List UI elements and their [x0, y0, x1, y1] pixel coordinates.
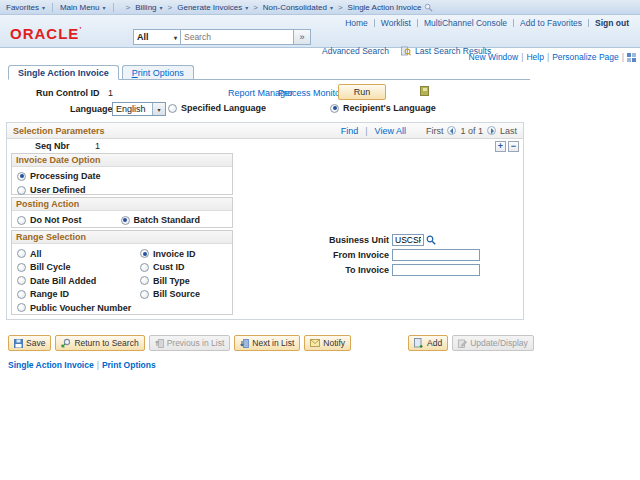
batch-standard-radio[interactable]: Batch Standard	[116, 211, 201, 225]
personalize-grid-icon[interactable]	[627, 53, 636, 62]
multichannel-console-link[interactable]: MultiChannel Console	[424, 18, 507, 28]
update-display-button[interactable]: Update/Display	[452, 335, 534, 351]
personalize-page-link[interactable]: Personalize Page	[552, 52, 619, 62]
breadcrumb-item-single-action-invoice[interactable]: Single Action Invoice	[348, 3, 422, 12]
advanced-search-link[interactable]: Advanced Search	[322, 46, 389, 56]
radio-icon[interactable]	[17, 303, 26, 312]
add-button[interactable]: Add	[408, 335, 448, 351]
peoplesoft-screen: Favorites Main Menu Billing Generate Inv…	[0, 0, 640, 480]
divider	[97, 360, 99, 370]
divider	[521, 52, 523, 62]
button-label: Update/Display	[470, 338, 528, 348]
help-link[interactable]: Help	[526, 52, 543, 62]
processing-date-radio[interactable]: Processing Date	[12, 167, 232, 181]
business-unit-field[interactable]	[392, 234, 424, 246]
business-unit-row: Business Unit	[305, 233, 480, 246]
radio-icon[interactable]	[168, 104, 177, 113]
group-title: Posting Action	[12, 198, 232, 211]
breadcrumb-search-icon[interactable]	[424, 3, 433, 12]
footer-single-action-invoice-link[interactable]: Single Action Invoice	[8, 360, 94, 370]
search-go-button[interactable]	[294, 29, 311, 45]
breadcrumb-item-non-consolidated[interactable]: Non-Consolidated	[263, 3, 333, 12]
radio-icon[interactable]	[140, 276, 149, 285]
posting-action-group: Posting Action Do Not Post Batch Standar…	[11, 197, 233, 228]
radio-label: Range ID	[30, 289, 69, 299]
radio-icon[interactable]	[121, 216, 130, 225]
business-unit-label: Business Unit	[305, 235, 389, 245]
public-voucher-number-radio[interactable]: Public Voucher Number	[12, 299, 131, 313]
group-title: Range Selection	[12, 231, 232, 244]
business-unit-lookup-icon[interactable]	[426, 235, 436, 245]
bill-source-radio[interactable]: Bill Source	[135, 286, 200, 300]
radio-icon[interactable]	[17, 216, 26, 225]
notify-button[interactable]: Notify	[304, 335, 351, 351]
breadcrumb-item-generate-invoices[interactable]: Generate Invoices	[177, 3, 248, 12]
radio-icon[interactable]	[17, 276, 26, 285]
page-action-bar: New Window Help Personalize Page	[469, 52, 636, 62]
breadcrumb-item-billing[interactable]: Billing	[135, 3, 162, 12]
breadcrumb-main-menu[interactable]: Main Menu	[60, 3, 106, 12]
sign-out-link[interactable]: Sign out	[595, 18, 629, 28]
previous-row-icon[interactable]	[447, 126, 456, 135]
delete-row-button[interactable]	[508, 141, 519, 152]
tab-print-options[interactable]: Print Options	[122, 65, 194, 79]
update-display-icon	[458, 339, 467, 348]
worklist-link[interactable]: Worklist	[381, 18, 411, 28]
next-row-icon[interactable]	[487, 126, 496, 135]
chevron-down-icon	[42, 4, 45, 11]
all-radio[interactable]: All	[12, 245, 131, 259]
recipients-language-radio[interactable]: Recipient's Language	[330, 103, 436, 113]
radio-label: Specified Language	[181, 103, 266, 113]
radio-icon[interactable]	[17, 290, 26, 299]
new-window-link[interactable]: New Window	[469, 52, 519, 62]
app-header: ORACLE All Home Worklist MultiChannel Co…	[0, 15, 640, 48]
bill-type-radio[interactable]: Bill Type	[135, 272, 200, 286]
chevron-down-icon	[152, 103, 165, 115]
specified-language-radio[interactable]: Specified Language	[168, 103, 266, 113]
search-input[interactable]	[181, 29, 294, 45]
search-scope-value: All	[137, 32, 149, 42]
radio-icon[interactable]	[17, 249, 26, 258]
return-to-search-button[interactable]: Return to Search	[55, 335, 144, 351]
previous-in-list-button[interactable]: Previous in List	[149, 335, 231, 351]
bill-cycle-radio[interactable]: Bill Cycle	[12, 259, 131, 273]
add-row-button[interactable]	[495, 141, 506, 152]
radio-icon[interactable]	[17, 263, 26, 272]
date-bill-added-radio[interactable]: Date Bill Added	[12, 272, 131, 286]
radio-icon[interactable]	[17, 172, 26, 181]
process-monitor-link[interactable]: Process Monitor	[278, 88, 343, 98]
from-invoice-field[interactable]	[392, 249, 480, 261]
user-defined-radio[interactable]: User Defined	[12, 181, 232, 195]
seq-nbr-value: 1	[95, 141, 100, 151]
search-scope-dropdown[interactable]: All	[133, 29, 181, 45]
invoice-id-radio[interactable]: Invoice ID	[135, 245, 200, 259]
find-link[interactable]: Find	[341, 126, 359, 136]
next-in-list-button[interactable]: Next in List	[234, 335, 300, 351]
footer-print-options-link[interactable]: Print Options	[102, 360, 156, 370]
tab-label: Single Action Invoice	[18, 68, 109, 78]
radio-icon[interactable]	[140, 290, 149, 299]
cust-id-radio[interactable]: Cust ID	[135, 259, 200, 273]
breadcrumb-main-menu-label: Main Menu	[60, 3, 100, 12]
run-button[interactable]: Run	[338, 84, 386, 100]
last-label[interactable]: Last	[500, 126, 517, 136]
range-id-radio[interactable]: Range ID	[12, 286, 131, 300]
radio-icon[interactable]	[140, 263, 149, 272]
home-link[interactable]: Home	[345, 18, 368, 28]
to-invoice-label: To Invoice	[305, 265, 389, 275]
radio-icon[interactable]	[17, 186, 26, 195]
save-button[interactable]: Save	[8, 335, 51, 351]
radio-label: Do Not Post	[30, 215, 82, 225]
tab-single-action-invoice[interactable]: Single Action Invoice	[8, 65, 119, 80]
divider	[52, 3, 53, 12]
process-request-icon[interactable]	[420, 86, 429, 96]
breadcrumb-favorites[interactable]: Favorites	[6, 3, 45, 12]
to-invoice-field[interactable]	[392, 264, 480, 276]
radio-icon[interactable]	[330, 104, 339, 113]
add-to-favorites-link[interactable]: Add to Favorites	[520, 18, 582, 28]
do-not-post-radio[interactable]: Do Not Post	[12, 211, 82, 225]
radio-icon[interactable]	[140, 249, 149, 258]
language-select[interactable]: English	[112, 102, 166, 116]
first-label[interactable]: First	[426, 126, 444, 136]
view-all-link[interactable]: View All	[375, 126, 406, 136]
